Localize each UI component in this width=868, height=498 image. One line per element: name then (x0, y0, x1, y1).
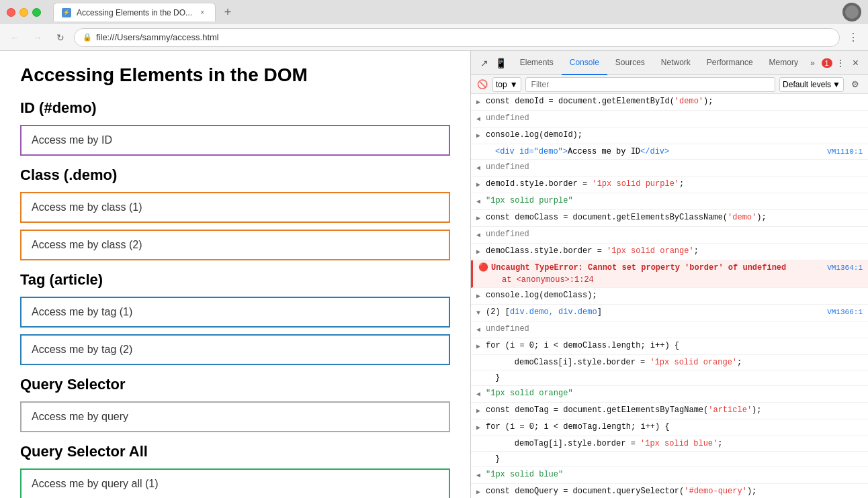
close-window-button[interactable] (7, 8, 15, 17)
console-line-text: undefined (486, 161, 863, 173)
expand-arrow-icon[interactable] (476, 421, 486, 434)
expand-arrow-icon[interactable] (476, 195, 486, 208)
expand-arrow-icon[interactable] (476, 161, 486, 175)
inspect-element-button[interactable]: ↗ (476, 54, 492, 72)
console-error-text: Uncaught TypeError: Cannot set property … (491, 262, 816, 286)
console-line: demoTag[i].style.border = '1px solid blu… (471, 436, 868, 452)
expand-arrow-icon (476, 453, 495, 454)
browser-tab[interactable]: ⚡ Accessing Elements in the DO... × (53, 3, 216, 21)
maximize-window-button[interactable] (32, 8, 41, 17)
traffic-lights (7, 8, 41, 17)
console-line: undefined (471, 227, 868, 244)
expand-arrow-icon[interactable] (476, 178, 486, 191)
console-source-link[interactable]: VM1366:1 (816, 306, 863, 318)
console-line-text: } (495, 453, 863, 465)
tab-performance[interactable]: Performance (699, 51, 761, 75)
expand-arrow-icon[interactable] (476, 289, 486, 303)
log-level-selector[interactable]: Default levels ▼ (779, 77, 844, 92)
console-line-text: undefined (486, 323, 863, 335)
tab-network[interactable]: Network (653, 51, 699, 75)
tab-sources[interactable]: Sources (607, 51, 653, 75)
console-settings-button[interactable]: ⚙ (848, 77, 863, 92)
console-line: const demoId = document.getElementById('… (471, 94, 868, 111)
reload-button[interactable]: ↻ (51, 28, 70, 47)
avatar-inner (845, 5, 859, 19)
console-source-link[interactable]: VM1110:1 (816, 146, 863, 158)
forward-button[interactable]: → (28, 28, 47, 47)
section-heading-tag: Tag (article) (20, 271, 450, 289)
demo-box-tag-1: Access me by tag (1) (20, 297, 450, 328)
clear-console-button[interactable]: 🚫 (476, 79, 488, 91)
minimize-window-button[interactable] (19, 8, 28, 17)
expand-arrow-icon[interactable] (476, 112, 486, 126)
console-line-text: demoClass[i].style.border = '1px solid o… (495, 356, 863, 368)
console-line: const demoQuery = document.querySelector… (471, 484, 868, 498)
tab-memory[interactable]: Memory (761, 51, 806, 75)
console-bar: 🚫 top ▼ Default levels ▼ ⚙ (471, 75, 868, 94)
section-heading-query-all: Query Selector All (20, 443, 450, 460)
address-text: file:///Users/sammy/access.html (96, 32, 219, 42)
expand-arrow-icon[interactable] (476, 485, 486, 498)
devtools-toolbar: ↗ 📱 Elements Console Sources Network Per… (471, 51, 868, 75)
section-heading-query: Query Selector (20, 376, 450, 393)
tab-bar: ⚡ Accessing Elements in the DO... × + (53, 3, 237, 21)
nav-bar: ← → ↻ 🔒 file:///Users/sammy/access.html … (0, 24, 868, 51)
back-button[interactable]: ← (5, 28, 24, 47)
tab-elements[interactable]: Elements (512, 51, 562, 75)
context-selector[interactable]: top ▼ (492, 77, 521, 92)
console-line: for (i = 0; i < demoClass.length; i++) { (471, 338, 868, 355)
console-line-text: "1px solid purple" (486, 195, 863, 207)
console-line: demoId.style.border = '1px solid purple'… (471, 177, 868, 193)
console-line: console.log(demoId); (471, 128, 868, 144)
expand-arrow-icon[interactable] (476, 95, 486, 109)
console-source-link[interactable]: VM1364:1 (816, 262, 863, 274)
console-error-line: 🔴 Uncaught TypeError: Cannot set propert… (471, 260, 868, 288)
expand-arrow-icon[interactable] (476, 211, 486, 225)
browser-menu-button[interactable]: ⋮ (844, 28, 863, 47)
demo-box-class-1: Access me by class (1) (20, 192, 450, 223)
tab-close-button[interactable]: × (198, 8, 207, 17)
expand-arrow-icon[interactable] (476, 404, 486, 417)
devtools-options-button[interactable]: ⋮ (832, 54, 849, 72)
expand-arrow-icon (476, 438, 495, 439)
console-line: "1px solid orange" (471, 386, 868, 403)
expand-arrow-icon[interactable] (476, 129, 486, 142)
expand-arrow-icon[interactable] (476, 306, 486, 319)
console-line: (2) [div.demo, div.demo] VM1366:1 (471, 305, 868, 321)
console-line-text: (2) [div.demo, div.demo] (486, 306, 816, 318)
console-line: } (471, 452, 868, 467)
console-line: const demoClass = document.getElementsBy… (471, 210, 868, 227)
device-toolbar-button[interactable]: 📱 (492, 54, 509, 72)
expand-arrow-icon[interactable] (476, 387, 486, 401)
expand-arrow-icon[interactable] (476, 468, 486, 482)
devtools-close-button[interactable]: × (849, 55, 863, 71)
console-line: <div id="demo">Access me by ID</div> VM1… (471, 144, 868, 160)
expand-arrow-icon[interactable] (476, 323, 486, 336)
console-line: const demoTag = document.getElementsByTa… (471, 403, 868, 419)
console-line-text: for (i = 0; i < demoTag.length; i++) { (486, 421, 863, 433)
expand-arrow-icon[interactable] (476, 146, 495, 147)
demo-box-id: Access me by ID (20, 125, 450, 156)
address-bar[interactable]: 🔒 file:///Users/sammy/access.html (74, 28, 840, 47)
expand-arrow-icon[interactable] (476, 340, 486, 353)
title-bar: ⚡ Accessing Elements in the DO... × + (0, 0, 868, 24)
console-output: const demoId = document.getElementById('… (471, 94, 868, 498)
console-line-text: <div id="demo">Access me by ID</div> (495, 146, 816, 158)
expand-arrow-icon[interactable] (476, 245, 486, 258)
tab-console[interactable]: Console (562, 51, 607, 75)
console-line-text: undefined (486, 112, 863, 124)
webpage-content: Accessing Elements in the DOM ID (#demo)… (0, 51, 470, 498)
section-heading-class: Class (.demo) (20, 166, 450, 184)
console-line-text: for (i = 0; i < demoClass.length; i++) { (486, 340, 863, 352)
console-line: undefined (471, 321, 868, 338)
context-chevron-icon: ▼ (510, 80, 518, 89)
browser-window: ⚡ Accessing Elements in the DO... × + ← … (0, 0, 868, 498)
console-filter-input[interactable] (525, 77, 775, 92)
more-tabs-button[interactable]: » (806, 58, 819, 68)
console-line-text: "1px solid orange" (486, 387, 863, 399)
expand-arrow-icon[interactable] (476, 228, 486, 242)
expand-arrow-icon (476, 372, 495, 373)
new-tab-button[interactable]: + (218, 3, 237, 21)
user-avatar[interactable] (842, 3, 861, 21)
expand-arrow-icon (476, 356, 495, 358)
